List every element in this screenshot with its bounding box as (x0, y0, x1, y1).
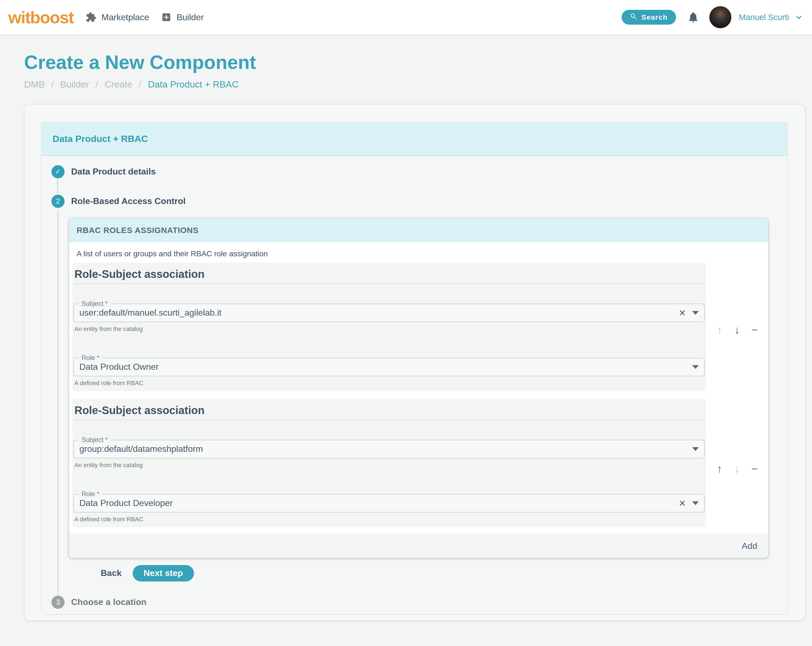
divider (73, 419, 705, 420)
wizard-buttons: Back Next step (96, 565, 788, 582)
association-row-controls: ↑ ↓ − (706, 463, 768, 476)
step1-check-icon: ✓ (52, 165, 64, 178)
step-data-product-details: ✓ Data Product details (41, 165, 788, 178)
dropdown-caret-icon[interactable] (692, 447, 699, 451)
association-block: Role-Subject association Subject * user:… (72, 262, 706, 391)
step3-number-badge: 3 (52, 596, 64, 609)
breadcrumb-builder[interactable]: Builder (60, 79, 89, 90)
template-card: Data Product + RBAC ✓ Data Product detai… (24, 104, 806, 621)
subject-input-value: group:default/datameshplatform (79, 444, 692, 454)
page-body: Create a New Component DMB / Builder / C… (0, 52, 812, 621)
role-select[interactable]: Role * Data Product Owner (73, 358, 705, 376)
panel-footer: Add (69, 534, 768, 558)
dropdown-caret-icon[interactable] (692, 311, 699, 315)
step2-content: RBAC ROLES ASSIGNATIONS A list of users … (69, 218, 788, 582)
nav-marketplace-label: Marketplace (102, 12, 149, 23)
step2-number-badge: 2 (52, 195, 64, 208)
step3-label: Choose a location (71, 597, 147, 607)
subject-helper-text: An entity from the catalog (75, 326, 705, 332)
association-row-2: Role-Subject association Subject * group… (72, 399, 768, 527)
wizard-stepper: ✓ Data Product details 2 Role-Based Acce… (41, 156, 788, 609)
puzzle-icon (85, 12, 96, 23)
move-down-icon[interactable]: ↓ (730, 324, 744, 337)
breadcrumb: DMB / Builder / Create / Data Product + … (24, 79, 806, 90)
add-button[interactable]: Add (742, 541, 757, 551)
add-box-icon (161, 12, 171, 23)
notifications-bell-icon[interactable] (687, 11, 699, 23)
move-down-icon: ↓ (730, 463, 744, 476)
rbac-panel: RBAC ROLES ASSIGNATIONS A list of users … (69, 218, 768, 558)
page-title: Create a New Component (24, 52, 806, 73)
next-step-button[interactable]: Next step (133, 565, 194, 582)
association-title: Role-Subject association (75, 268, 705, 280)
role-helper-text: A defined role from RBAC (75, 379, 705, 387)
subject-input-value: user:default/manuel.scurti_agilelab.it (79, 308, 679, 318)
subject-input[interactable]: Subject * user:default/manuel.scurti_agi… (73, 303, 705, 322)
step1-label: Data Product details (71, 166, 156, 177)
role-helper-text: A defined role from RBAC (75, 516, 705, 523)
step2-label: Role-Based Access Control (71, 196, 186, 206)
subject-input-label: Subject * (79, 436, 110, 443)
user-name[interactable]: Manuel Scurti (739, 12, 789, 22)
association-block: Role-Subject association Subject * group… (72, 399, 706, 527)
nav-builder-label: Builder (177, 12, 204, 23)
step-role-based-access-control: 2 Role-Based Access Control (41, 195, 788, 208)
association-row-1: Role-Subject association Subject * user:… (72, 262, 768, 391)
wizard-card: Data Product + RBAC ✓ Data Product detai… (41, 122, 788, 615)
breadcrumb-separator: / (51, 79, 53, 90)
step-choose-a-location: 3 Choose a location (41, 596, 788, 609)
role-select[interactable]: Role * Data Product Developer × (73, 494, 705, 512)
breadcrumb-create[interactable]: Create (104, 79, 133, 90)
breadcrumb-dmb[interactable]: DMB (24, 79, 45, 90)
role-select-label: Role * (79, 354, 102, 361)
association-row-controls: ↑ ↓ − (706, 324, 768, 337)
nav-item-marketplace[interactable]: Marketplace (85, 12, 149, 23)
clear-icon[interactable]: × (679, 498, 685, 509)
rbac-panel-description: A list of users or groups and their RBAC… (76, 250, 768, 258)
remove-row-icon[interactable]: − (748, 463, 762, 476)
breadcrumb-separator: / (96, 79, 98, 90)
rbac-panel-header: RBAC ROLES ASSIGNATIONS (69, 218, 768, 242)
dropdown-caret-icon[interactable] (692, 365, 699, 369)
back-button[interactable]: Back (96, 568, 126, 578)
breadcrumb-separator: / (139, 79, 142, 90)
rbac-panel-body: A list of users or groups and their RBAC… (69, 242, 768, 527)
subject-helper-text: An entity from the catalog (75, 462, 705, 469)
role-select-value: Data Product Owner (79, 362, 692, 372)
nav-item-builder[interactable]: Builder (161, 12, 204, 23)
breadcrumb-current: Data Product + RBAC (148, 79, 239, 90)
divider (73, 283, 705, 284)
role-select-label: Role * (79, 490, 102, 498)
stepper-connector (58, 210, 58, 594)
remove-row-icon[interactable]: − (748, 324, 762, 337)
user-avatar[interactable] (709, 6, 732, 29)
move-up-icon: ↑ (713, 324, 727, 337)
wizard-header: Data Product + RBAC (41, 122, 788, 156)
subject-input[interactable]: Subject * group:default/datameshplatform (73, 440, 705, 459)
clear-icon[interactable]: × (679, 308, 685, 318)
search-icon (630, 12, 638, 22)
association-title: Role-Subject association (75, 404, 705, 416)
app-window: witboost Marketplace Builder Search Manu… (0, 0, 812, 646)
search-button[interactable]: Search (621, 10, 676, 24)
role-select-value: Data Product Developer (79, 498, 679, 508)
move-up-icon[interactable]: ↑ (713, 463, 727, 476)
stepper-connector (58, 180, 788, 193)
top-navbar: witboost Marketplace Builder Search Manu… (0, 0, 812, 35)
subject-input-label: Subject * (79, 300, 110, 308)
dropdown-caret-icon[interactable] (692, 501, 699, 505)
witboost-logo: witboost (8, 8, 73, 27)
chevron-down-icon[interactable] (794, 12, 804, 23)
search-label: Search (641, 13, 667, 21)
